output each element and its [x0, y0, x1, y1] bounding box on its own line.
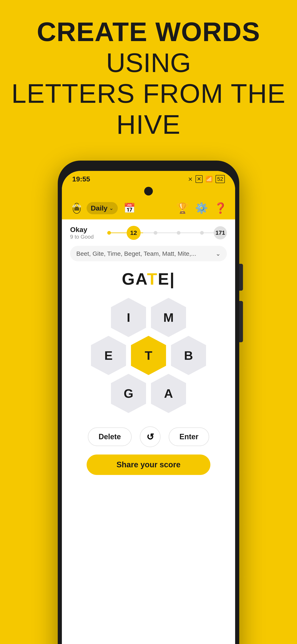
hex-row-mid: E T B [90, 335, 207, 376]
svg-rect-2 [74, 209, 79, 210]
delete-button[interactable]: Delete [88, 428, 132, 446]
trophy-icon[interactable]: 🏆 [176, 202, 189, 214]
hex-I[interactable]: I [110, 297, 147, 338]
share-section: Share your score [70, 454, 227, 475]
words-found-bar[interactable]: Beet, Gite, Time, Beget, Team, Matt, Mit… [70, 246, 227, 261]
max-score-bubble: 171 [214, 226, 227, 240]
honeycomb: I M E [70, 297, 227, 416]
word-letter-g: G [122, 270, 135, 288]
signal-x-icon: ✕ [196, 175, 203, 183]
status-bar: 19:55 ⨯ ✕ 📶 52 [62, 171, 235, 185]
shuffle-icon: ↺ [146, 432, 154, 442]
help-icon[interactable]: ❓ [214, 202, 227, 214]
settings-icon[interactable]: ⚙️ [195, 202, 208, 214]
words-found-text: Beet, Gite, Time, Beget, Team, Matt, Mit… [76, 250, 196, 257]
hex-A[interactable]: A [150, 373, 187, 414]
hex-letter-M: M [163, 310, 174, 325]
hex-letter-G: G [124, 386, 133, 401]
score-label-area: Okay 9 to Good [70, 226, 103, 240]
score-dot-3 [154, 231, 157, 235]
current-word: GATE| [122, 270, 175, 288]
hex-letter-E: E [104, 348, 113, 363]
word-cursor: | [170, 270, 175, 288]
bluetooth-icon: ⨯ [188, 176, 193, 182]
daily-mode-button[interactable]: Daily ⌄ [87, 202, 118, 214]
wifi-icon: 📶 [205, 176, 213, 182]
score-bar: Okay 9 to Good 12 171 [70, 226, 227, 240]
bee-icon [70, 202, 83, 215]
word-letter-e: E [158, 270, 170, 288]
camera-notch-bar [62, 185, 235, 197]
score-dot-4 [177, 231, 180, 235]
daily-label: Daily [91, 204, 107, 212]
score-dot-1 [107, 231, 111, 235]
hex-T-center[interactable]: T [130, 335, 167, 376]
calendar-icon[interactable]: 📅 [124, 202, 135, 214]
hero-bold: CREATE WORDS [37, 17, 260, 47]
app-header: Daily ⌄ 📅 🏆 ⚙️ ❓ [62, 197, 235, 220]
hex-E[interactable]: E [90, 335, 127, 376]
header-right-icons: 🏆 ⚙️ ❓ [176, 202, 227, 214]
hex-letter-I: I [127, 310, 130, 325]
word-display: GATE| [70, 270, 227, 288]
enter-button[interactable]: Enter [169, 428, 209, 446]
words-expand-icon: ⌄ [216, 250, 221, 257]
hex-letter-A: A [164, 386, 173, 401]
score-dot-5 [200, 231, 204, 235]
status-icons: ⨯ ✕ 📶 52 [188, 175, 225, 183]
status-time: 19:55 [72, 175, 90, 183]
battery-icon: 52 [216, 175, 225, 183]
daily-chevron-icon: ⌄ [109, 205, 114, 211]
shuffle-button[interactable]: ↺ [140, 426, 160, 447]
score-to-next: 9 to Good [70, 234, 103, 240]
hex-B[interactable]: B [170, 335, 207, 376]
hex-G[interactable]: G [110, 373, 147, 414]
game-content: Okay 9 to Good 12 171 [62, 220, 235, 644]
hero-section: CREATE WORDS USING LETTERS FROM THE HIVE [0, 16, 297, 140]
score-status: Okay [70, 226, 103, 234]
hero-line2: LETTERS FROM THE HIVE [0, 78, 297, 140]
progress-track: 12 171 [107, 231, 227, 235]
hex-M[interactable]: M [150, 297, 187, 338]
dot-container [107, 231, 227, 235]
hex-letter-T-center: T [145, 348, 152, 363]
hex-row-bottom: G A [110, 373, 187, 414]
camera-notch [144, 187, 153, 196]
hex-row-top: I M [110, 297, 187, 338]
share-score-button[interactable]: Share your score [87, 454, 210, 475]
phone-frame: 19:55 ⨯ ✕ 📶 52 Daily [58, 160, 239, 644]
phone-screen: 19:55 ⨯ ✕ 📶 52 Daily [62, 171, 235, 644]
hero-normal: USING [106, 48, 191, 78]
word-letter-t: T [147, 270, 158, 288]
action-buttons: Delete ↺ Enter [70, 426, 227, 447]
current-score-bubble: 12 [127, 226, 141, 240]
hex-letter-B: B [184, 348, 193, 363]
word-letter-a: A [135, 270, 147, 288]
svg-rect-1 [74, 208, 79, 209]
